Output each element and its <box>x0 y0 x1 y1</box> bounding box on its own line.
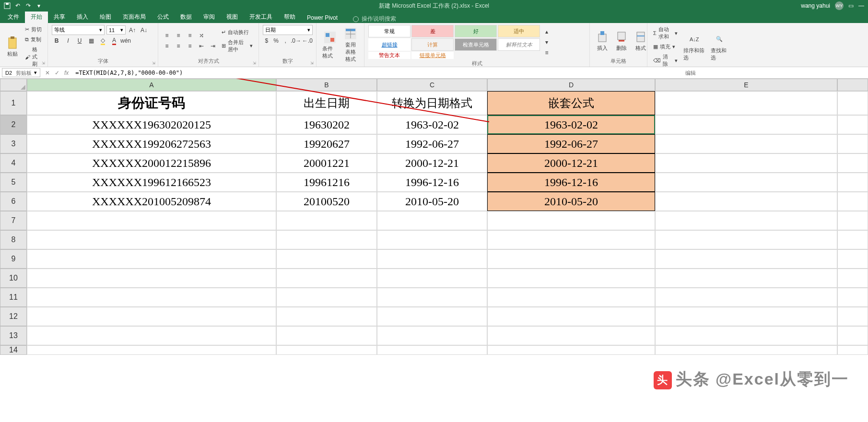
expand-icon[interactable]: ⇲ <box>253 61 258 66</box>
cell-e2[interactable] <box>655 115 837 134</box>
col-header-blank[interactable] <box>837 79 868 91</box>
cell[interactable] <box>487 269 655 288</box>
percent-icon[interactable]: % <box>272 36 280 46</box>
redo-icon[interactable]: ↷ <box>25 2 32 9</box>
cell[interactable] <box>377 230 487 249</box>
cell-a1[interactable]: 身份证号码 <box>27 91 276 115</box>
cell-b6[interactable]: 20100520 <box>276 192 377 211</box>
number-format-select[interactable]: 日期▾ <box>263 25 313 35</box>
cell[interactable] <box>837 288 868 307</box>
align-center-icon[interactable]: ≡ <box>174 41 183 51</box>
cell-blank1[interactable] <box>837 91 868 115</box>
minimize-icon[interactable]: — <box>858 2 864 9</box>
merge-center-button[interactable]: ⊞合并后居中▾ <box>220 38 255 54</box>
cell[interactable] <box>276 288 377 307</box>
style-warning[interactable]: 警告文本 <box>368 52 411 59</box>
avatar[interactable]: WY <box>835 1 844 10</box>
cell[interactable] <box>276 249 377 269</box>
cell[interactable] <box>27 326 276 345</box>
align-left-icon[interactable]: ≡ <box>162 41 172 51</box>
cell[interactable] <box>377 326 487 345</box>
cell-a3[interactable]: XXXXXX199206272563 <box>27 134 276 153</box>
sort-filter-button[interactable]: A↓Z排序和筛选 <box>681 32 707 62</box>
cell-c4[interactable]: 2000-12-21 <box>377 153 487 173</box>
align-right-icon[interactable]: ≡ <box>185 41 195 51</box>
col-header-a[interactable]: A <box>27 79 276 91</box>
tab-share[interactable]: 共享 <box>48 11 71 23</box>
row-header-1[interactable]: 1 <box>0 91 27 115</box>
cell[interactable] <box>487 345 655 355</box>
cell-c1[interactable]: 转换为日期格式 <box>377 91 487 115</box>
cell-c5[interactable]: 1996-12-16 <box>377 173 487 192</box>
clear-button[interactable]: ⌫清除▾ <box>651 52 680 69</box>
decrease-decimal-icon[interactable]: ←.0 <box>303 36 312 46</box>
style-neutral[interactable]: 适中 <box>498 25 540 37</box>
style-check-cell[interactable]: 检查单元格 <box>455 38 497 51</box>
cell-c2[interactable]: 1963-02-02 <box>377 115 487 134</box>
cell[interactable] <box>487 230 655 249</box>
cell[interactable] <box>655 307 837 326</box>
cell[interactable] <box>27 307 276 326</box>
cell[interactable] <box>655 326 837 345</box>
enter-icon[interactable]: ✓ <box>55 70 59 76</box>
autosum-button[interactable]: Σ自动求和▾ <box>651 25 680 41</box>
cell-d2-active[interactable]: 1963-02-02 <box>487 115 655 134</box>
undo-icon[interactable]: ↶ <box>14 2 21 9</box>
table-format-button[interactable]: 套用 表格格式 <box>341 26 361 64</box>
cell[interactable] <box>487 211 655 230</box>
cell[interactable] <box>837 269 868 288</box>
tab-draw[interactable]: 绘图 <box>94 11 117 23</box>
cell-blank5[interactable] <box>837 173 868 192</box>
cell[interactable] <box>27 288 276 307</box>
cell[interactable] <box>487 326 655 345</box>
cell[interactable] <box>487 249 655 269</box>
style-calculation[interactable]: 计算 <box>411 38 454 51</box>
row-header-7[interactable]: 7 <box>0 211 27 230</box>
format-painter-button[interactable]: 🖌格式刷 <box>23 45 44 69</box>
cell[interactable] <box>27 230 276 249</box>
expand-icon[interactable]: ⇲ <box>310 61 315 66</box>
style-linked-cell[interactable]: 链接单元格 <box>411 52 454 59</box>
cell-d4[interactable]: 2000-12-21 <box>487 153 655 173</box>
increase-font-icon[interactable]: A↑ <box>128 25 137 35</box>
border-button[interactable]: ▦ <box>86 36 96 46</box>
user-name[interactable]: wang yahui <box>801 2 830 9</box>
style-hyperlink[interactable]: 超链接 <box>368 38 411 51</box>
row-header-9[interactable]: 9 <box>0 249 27 269</box>
cell-blank4[interactable] <box>837 153 868 173</box>
row-header-14[interactable]: 14 <box>0 345 27 355</box>
cut-button[interactable]: ✂剪切 <box>23 25 44 34</box>
cell-e5[interactable] <box>655 173 837 192</box>
cell[interactable] <box>276 326 377 345</box>
cell[interactable] <box>655 249 837 269</box>
style-bad[interactable]: 差 <box>411 25 454 37</box>
cell-a5[interactable]: XXXXXX199612166523 <box>27 173 276 192</box>
col-header-c[interactable]: C <box>377 79 487 91</box>
tab-file[interactable]: 文件 <box>2 11 25 23</box>
cell-b5[interactable]: 19961216 <box>276 173 377 192</box>
row-header-13[interactable]: 13 <box>0 326 27 345</box>
worksheet-grid[interactable]: A B C D E 1 身份证号码 出生日期 转换为日期格式 嵌套公式 2 XX… <box>0 79 868 422</box>
cell-d3[interactable]: 1992-06-27 <box>487 134 655 153</box>
expand-icon[interactable]: ⇲ <box>42 61 47 66</box>
cell[interactable] <box>837 211 868 230</box>
font-size-select[interactable]: 11▾ <box>106 25 126 35</box>
cell[interactable] <box>377 249 487 269</box>
row-header-3[interactable]: 3 <box>0 134 27 153</box>
cell[interactable] <box>27 211 276 230</box>
insert-cells-button[interactable]: 插入 <box>594 29 611 53</box>
cell[interactable] <box>655 211 837 230</box>
cell-a6[interactable]: XXXXXX201005209874 <box>27 192 276 211</box>
decrease-font-icon[interactable]: A↓ <box>139 25 149 35</box>
paste-button[interactable]: 粘贴 <box>4 35 21 59</box>
cell[interactable] <box>377 288 487 307</box>
ribbon-options-icon[interactable]: ▭ <box>848 2 854 9</box>
cell-b2[interactable]: 19630202 <box>276 115 377 134</box>
cell[interactable] <box>27 249 276 269</box>
tab-powerpivot[interactable]: Power Pivot <box>301 12 343 23</box>
cell-b4[interactable]: 20001221 <box>276 153 377 173</box>
expand-icon[interactable]: ⇲ <box>152 61 157 66</box>
font-name-select[interactable]: 等线▾ <box>52 25 105 35</box>
cell-e1[interactable] <box>655 91 837 115</box>
style-explanatory[interactable]: 解释性文本 <box>498 38 540 51</box>
